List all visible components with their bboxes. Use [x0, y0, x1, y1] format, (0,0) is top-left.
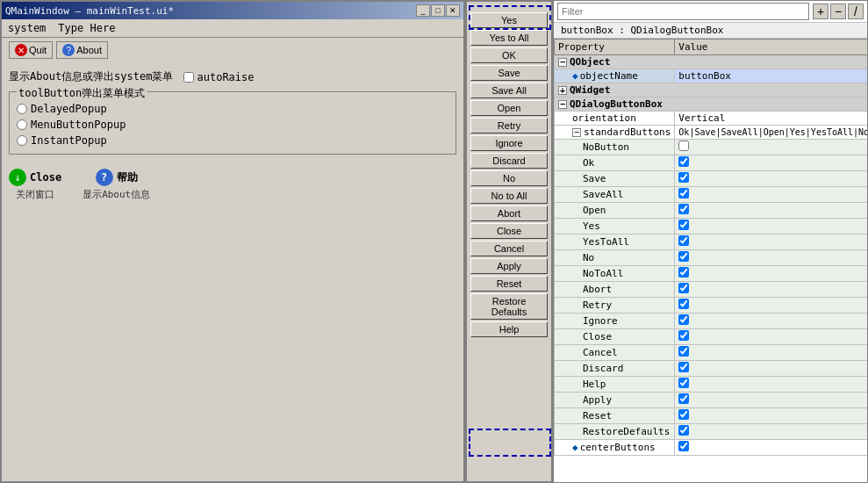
value-open[interactable]: [675, 203, 867, 219]
value-nobutton[interactable]: [675, 140, 867, 155]
checkbox-retry[interactable]: [678, 299, 689, 309]
value-help[interactable]: [675, 377, 867, 393]
qdialogbuttonbox-collapse[interactable]: −: [558, 100, 567, 109]
description-row: 显示About信息或弹出system菜单 autoRaise: [9, 69, 456, 84]
value-abort[interactable]: [675, 282, 867, 298]
checkbox-centerbuttons[interactable]: [678, 441, 689, 451]
checkbox-restoredefaults[interactable]: [678, 425, 689, 436]
about-button[interactable]: ? About: [56, 41, 108, 59]
selection-bottom: [469, 429, 551, 457]
title-bar-text: QMainWindow — mainWinTest.ui*: [5, 5, 174, 17]
filter-add-btn[interactable]: +: [813, 4, 829, 19]
dialog-btn-ignore[interactable]: Ignore: [470, 135, 548, 151]
value-close[interactable]: [675, 329, 867, 345]
dialog-btn-restore-defaults[interactable]: Restore Defaults: [470, 293, 548, 320]
filter-slash-btn[interactable]: /: [848, 4, 864, 19]
dialog-btn-ok[interactable]: OK: [470, 47, 548, 63]
checkbox-reset[interactable]: [678, 409, 689, 420]
prop-discard: Discard: [555, 361, 868, 377]
checkbox-discard[interactable]: [678, 362, 689, 372]
dialog-btn-no[interactable]: No: [470, 170, 548, 186]
menu-bar: system Type Here: [2, 19, 463, 38]
checkbox-nobutton[interactable]: [678, 141, 689, 151]
dialog-btn-open[interactable]: Open: [470, 100, 548, 116]
checkbox-yes[interactable]: [678, 220, 689, 230]
auto-raise-label[interactable]: autoRaise: [183, 71, 254, 83]
checkbox-open[interactable]: [678, 204, 689, 214]
prop-save: Save: [555, 171, 868, 187]
prop-close: Close: [555, 329, 868, 345]
checkbox-saveall[interactable]: [678, 188, 689, 198]
filter-minus-btn[interactable]: −: [830, 4, 846, 19]
dialog-btn-yes-to-all[interactable]: Yes to All: [470, 30, 548, 46]
prop-no: No: [555, 250, 868, 266]
value-yestoall[interactable]: [675, 234, 867, 250]
checkbox-notoall[interactable]: [678, 267, 689, 278]
close-btn[interactable]: ✕: [446, 4, 460, 17]
qwidget-collapse[interactable]: +: [558, 86, 567, 95]
radio-instant-popup[interactable]: InstantPopup: [17, 134, 448, 147]
checkbox-close[interactable]: [678, 330, 689, 341]
prop-nobutton: NoButton: [555, 140, 868, 155]
radio-menu-input[interactable]: [17, 119, 27, 130]
auto-raise-checkbox[interactable]: [183, 72, 194, 83]
checkbox-ignore[interactable]: [678, 314, 689, 325]
dialog-btn-retry[interactable]: Retry: [470, 118, 548, 133]
radio-menu-button-popup[interactable]: MenuButtonPopup: [17, 119, 448, 131]
dialog-btn-discard[interactable]: Discard: [470, 153, 548, 169]
value-ignore[interactable]: [675, 314, 867, 329]
minimize-btn[interactable]: _: [416, 4, 430, 17]
menu-system[interactable]: system: [5, 21, 48, 35]
quit-button[interactable]: ✕ Quit: [9, 41, 53, 59]
value-apply[interactable]: [675, 393, 867, 408]
value-saveall[interactable]: [675, 187, 867, 203]
dialog-btn-yes[interactable]: Yes: [470, 12, 548, 28]
checkbox-no[interactable]: [678, 251, 689, 262]
radio-delayed-label: DelayedPopup: [31, 103, 107, 115]
dialog-btn-save[interactable]: Save: [470, 65, 548, 81]
value-discard[interactable]: [675, 361, 867, 377]
checkbox-abort[interactable]: [678, 283, 689, 293]
objectname-value[interactable]: buttonBox: [675, 69, 867, 83]
checkbox-yestoall[interactable]: [678, 235, 689, 246]
standardbuttons-label: standardButtons: [584, 126, 671, 138]
orientation-value: Vertical: [675, 112, 867, 126]
qobject-collapse[interactable]: −: [558, 58, 567, 67]
checkbox-help[interactable]: [678, 378, 689, 388]
standardbuttons-collapse[interactable]: −: [572, 128, 581, 137]
value-cancel[interactable]: [675, 345, 867, 361]
section-qdialogbuttonbox: −QDialogButtonBox: [555, 97, 868, 112]
dialog-btn-help[interactable]: Help: [470, 321, 548, 337]
group-box-title: toolButton弹出菜单模式: [17, 86, 147, 101]
menu-type-here[interactable]: Type Here: [55, 21, 118, 35]
radio-instant-input[interactable]: [17, 135, 27, 146]
dialog-btn-reset[interactable]: Reset: [470, 276, 548, 292]
radio-delayed-popup[interactable]: DelayedPopup: [17, 103, 448, 115]
value-retry[interactable]: [675, 298, 867, 314]
checkbox-ok[interactable]: [678, 156, 689, 167]
dialog-btn-apply[interactable]: Apply: [470, 258, 548, 274]
radio-delayed-input[interactable]: [17, 104, 27, 114]
help-action-btn[interactable]: ? 帮助: [96, 169, 138, 186]
dialog-btn-cancel[interactable]: Cancel: [470, 241, 548, 256]
dialog-btn-no-to-all[interactable]: No to All: [470, 188, 548, 204]
checkbox-apply[interactable]: [678, 393, 689, 404]
filter-input[interactable]: [557, 3, 809, 20]
dialog-btn-save-all[interactable]: Save All: [470, 83, 548, 98]
centerbuttons-value[interactable]: [675, 440, 867, 456]
prop-open: Open: [555, 203, 868, 219]
dialog-btn-abort[interactable]: Abort: [470, 205, 548, 221]
value-reset[interactable]: [675, 408, 867, 424]
checkbox-save[interactable]: [678, 172, 689, 183]
checkbox-cancel[interactable]: [678, 346, 689, 357]
value-no[interactable]: [675, 250, 867, 266]
close-action-btn[interactable]: ↓ Close: [9, 169, 61, 186]
value-save[interactable]: [675, 171, 867, 187]
value-restoredefaults[interactable]: [675, 424, 867, 440]
dialog-btn-close[interactable]: Close: [470, 223, 548, 239]
value-notoall[interactable]: [675, 266, 867, 282]
value-ok[interactable]: [675, 155, 867, 171]
maximize-btn[interactable]: □: [431, 4, 445, 17]
value-yes[interactable]: [675, 219, 867, 234]
centerbuttons-label: centerButtons: [580, 442, 656, 453]
